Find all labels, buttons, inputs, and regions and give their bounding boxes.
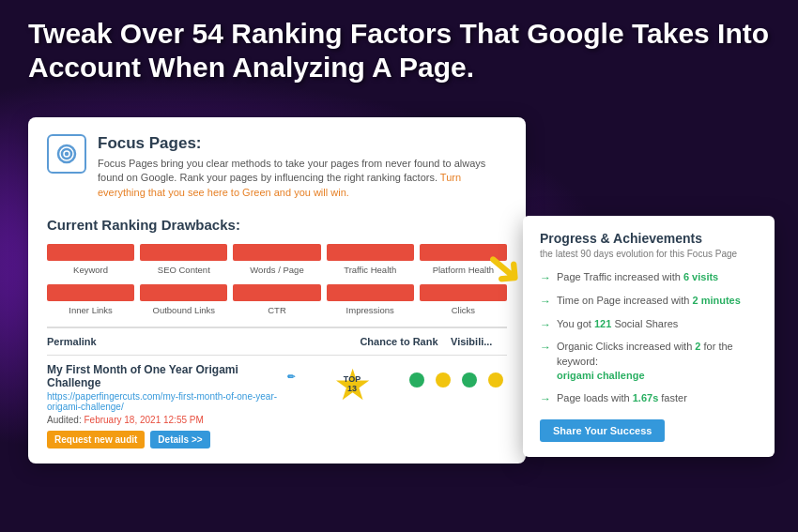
- star-text: TOP 13: [344, 375, 361, 394]
- th-chance-to-rank: Chance to Rank: [347, 336, 451, 347]
- focus-pages-header: Focus Pages: Focus Pages bring you clear…: [47, 134, 507, 200]
- table-header: Permalink Chance to Rank Visibili...: [47, 327, 507, 356]
- focus-icon: [47, 134, 86, 174]
- keyword-link[interactable]: origami challenge: [557, 370, 645, 381]
- row-permalink: My First Month of One Year Origami Chall…: [47, 363, 295, 448]
- request-audit-button[interactable]: Request new audit: [47, 431, 145, 448]
- label-inner-links: Inner Links: [47, 305, 134, 315]
- popup-item-2: → Time on Page increased with 2 minutes: [540, 294, 758, 310]
- dot-yellow-1: [436, 372, 451, 388]
- main-card: Focus Pages: Focus Pages bring you clear…: [28, 117, 526, 464]
- popup-card: Progress & Achievements the latest 90 da…: [523, 216, 775, 457]
- arrow-icon-5: →: [540, 391, 551, 407]
- ranking-heading: Current Ranking Drawbacks:: [47, 217, 507, 233]
- label-outbound-links: Outbound Links: [140, 305, 227, 315]
- label-traffic-health: Traffic Health: [327, 265, 414, 275]
- bar-impressions: [327, 284, 414, 301]
- bar-labels-row-1: Keyword SEO Content Words / Page Traffic…: [47, 265, 507, 275]
- focus-pages-text: Focus Pages: Focus Pages bring you clear…: [98, 134, 507, 200]
- popup-item-4: → Organic Clicks increased with 2 for th…: [540, 340, 758, 383]
- title-section: Tweak Over 54 Ranking Factors That Googl…: [28, 17, 770, 84]
- ranking-section: Current Ranking Drawbacks: Keyword SEO C…: [47, 217, 507, 448]
- audit-date: February 18, 2021 12:55 PM: [84, 415, 203, 425]
- popup-item-1: → Page Traffic increased with 6 visits: [540, 270, 758, 286]
- th-visibility: Visibili...: [451, 336, 507, 347]
- focus-pages-highlight: Turn everything that you see here to Gre…: [98, 172, 461, 197]
- bar-ctr: [233, 284, 320, 301]
- bar-words-page: [233, 244, 320, 261]
- bars-row-1: [47, 244, 507, 261]
- row-title: My First Month of One Year Origami Chall…: [47, 363, 295, 389]
- label-words-page: Words / Page: [233, 265, 320, 275]
- arrow-icon-2: →: [540, 294, 551, 310]
- bar-outbound-links: [140, 284, 227, 301]
- row-buttons: Request new audit Details >>: [47, 431, 295, 448]
- arrow-icon-3: →: [540, 317, 551, 333]
- page-title: Tweak Over 54 Ranking Factors That Googl…: [28, 17, 770, 84]
- table-row: My First Month of One Year Origami Chall…: [47, 363, 507, 448]
- popup-subtitle: the latest 90 days evolution for this Fo…: [540, 249, 758, 259]
- arrow-icon-4: →: [540, 340, 551, 356]
- dot-green-1: [409, 372, 424, 388]
- bar-seo-content: [140, 244, 227, 261]
- row-dots: [409, 363, 507, 388]
- label-ctr: CTR: [233, 305, 320, 315]
- row-audit: Audited: February 18, 2021 12:55 PM: [47, 415, 295, 425]
- popup-item-3: → You got 121 Social Shares: [540, 317, 758, 333]
- label-impressions: Impressions: [327, 305, 414, 315]
- bar-labels-row-2: Inner Links Outbound Links CTR Impressio…: [47, 305, 507, 315]
- focus-pages-description: Focus Pages bring you clear methods to t…: [98, 157, 507, 200]
- popup-item-5: → Page loads with 1.67s faster: [540, 391, 758, 407]
- bar-inner-links: [47, 284, 134, 301]
- svg-point-2: [66, 153, 68, 155]
- focus-pages-heading: Focus Pages:: [98, 134, 507, 153]
- bar-keyword: [47, 244, 134, 261]
- row-url[interactable]: https://paperfingercuts.com/my-first-mon…: [47, 391, 295, 412]
- label-seo-content: SEO Content: [140, 265, 227, 275]
- dot-yellow-2: [488, 372, 503, 388]
- label-keyword: Keyword: [47, 265, 134, 275]
- arrow-icon-1: →: [540, 270, 551, 286]
- row-chance-to-rank: ★ TOP 13: [300, 363, 404, 406]
- th-permalink: Permalink: [47, 336, 347, 347]
- label-clicks: Clicks: [420, 305, 507, 315]
- dot-green-2: [462, 372, 477, 388]
- edit-icon: ✏: [287, 372, 295, 382]
- star-badge: ★ TOP 13: [333, 363, 372, 406]
- share-success-button[interactable]: Share Your Success: [540, 419, 665, 442]
- details-button[interactable]: Details >>: [150, 431, 209, 448]
- bars-row-2: [47, 284, 507, 301]
- popup-title: Progress & Achievements: [540, 231, 758, 246]
- bar-traffic-health: [327, 244, 414, 261]
